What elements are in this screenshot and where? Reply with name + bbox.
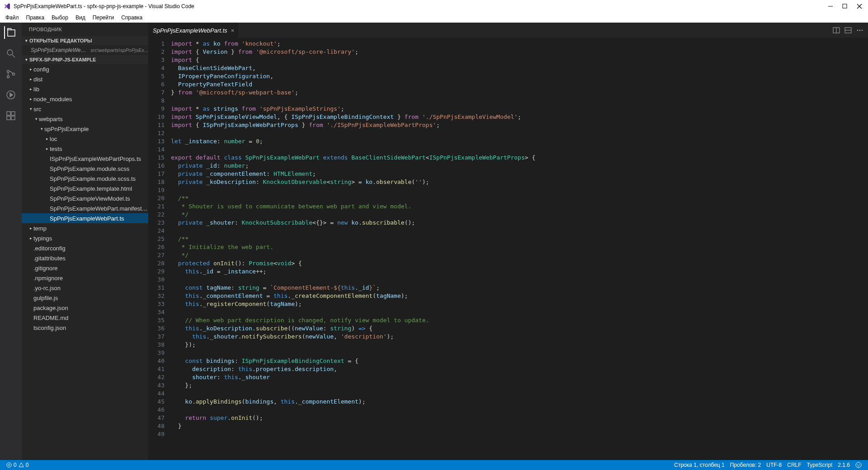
status-encoding[interactable]: UTF-8 xyxy=(764,462,784,468)
more-icon[interactable] xyxy=(856,27,863,34)
svg-point-24 xyxy=(856,462,861,468)
open-editors-section[interactable]: ▾ОТКРЫТЫЕ РЕДАКТОРЫ xyxy=(22,36,148,45)
search-icon[interactable] xyxy=(5,47,17,60)
folder-typings[interactable]: ▸typings xyxy=(22,233,148,243)
debug-icon[interactable] xyxy=(5,89,17,101)
file-scss[interactable]: SpPnPjsExample.module.scss xyxy=(22,164,148,174)
svg-point-20 xyxy=(862,30,863,31)
file-viewmodel[interactable]: SpPnPjsExampleViewModel.ts xyxy=(22,193,148,203)
status-errors[interactable]: 0 0 xyxy=(4,462,31,468)
folder-config[interactable]: ▸config xyxy=(22,64,148,74)
file-package[interactable]: package.json xyxy=(22,303,148,313)
warning-icon xyxy=(19,462,24,468)
svg-rect-11 xyxy=(7,116,10,120)
file-props[interactable]: ISpPnPjsExampleWebPartProps.ts xyxy=(22,154,148,164)
svg-point-4 xyxy=(7,50,13,55)
file-webpart-ts[interactable]: SpPnPjsExampleWebPart.ts xyxy=(22,213,148,223)
file-npmignore[interactable]: .npmignore xyxy=(22,273,148,283)
svg-rect-13 xyxy=(11,112,15,115)
split-right-icon[interactable] xyxy=(833,27,840,34)
folder-webparts[interactable]: ▾webparts xyxy=(22,114,148,124)
menu-selection[interactable]: Выбор xyxy=(48,14,72,22)
status-spaces[interactable]: Пробелов: 2 xyxy=(727,462,764,468)
editor-group: SpPnPjsExampleWebPart.ts × 1234567891011… xyxy=(148,23,868,460)
file-gitattributes[interactable]: .gitattributes xyxy=(22,253,148,263)
file-tsconfig[interactable]: tsconfig.json xyxy=(22,323,148,333)
svg-point-18 xyxy=(857,30,859,31)
folder-tests[interactable]: ▸tests xyxy=(22,144,148,154)
folder-lib[interactable]: ▸lib xyxy=(22,84,148,94)
folder-dist[interactable]: ▸dist xyxy=(22,74,148,84)
svg-point-25 xyxy=(857,464,858,465)
code-editor[interactable]: 1234567891011121314151617181920212223242… xyxy=(148,38,868,460)
feedback-icon[interactable] xyxy=(853,462,864,468)
explorer-icon[interactable] xyxy=(4,26,17,39)
titlebar: SpPnPjsExampleWebPart.ts - spfx-sp-pnp-j… xyxy=(0,0,868,13)
svg-point-19 xyxy=(859,30,861,31)
window-title: SpPnPjsExampleWebPart.ts - spfx-sp-pnp-j… xyxy=(14,3,827,9)
svg-rect-1 xyxy=(843,4,847,8)
status-cursor[interactable]: Строка 1, столбец 1 xyxy=(671,462,727,468)
svg-rect-12 xyxy=(11,116,15,120)
file-editorconfig[interactable]: .editorconfig xyxy=(22,243,148,253)
line-numbers: 1234567891011121314151617181920212223242… xyxy=(148,40,171,460)
code-lines[interactable]: import * as ko from 'knockout';import { … xyxy=(171,40,868,460)
tab-webpart[interactable]: SpPnPjsExampleWebPart.ts × xyxy=(148,23,239,38)
file-tree: ▸config ▸dist ▸lib ▸node_modules ▾src ▾w… xyxy=(22,64,148,460)
split-down-icon[interactable] xyxy=(844,27,852,34)
project-label: SPFX-SP-PNP-JS-EXAMPLE xyxy=(29,57,96,62)
svg-line-5 xyxy=(12,55,15,57)
folder-loc[interactable]: ▸loc xyxy=(22,134,148,144)
open-editor-path: src\webparts\spPnPjsEx... xyxy=(90,47,148,53)
file-readme[interactable]: README.md xyxy=(22,313,148,323)
sidebar: ПРОВОДНИК ▾ОТКРЫТЫЕ РЕДАКТОРЫ SpPnPjsExa… xyxy=(22,23,148,460)
menu-go[interactable]: Перейти xyxy=(89,14,118,22)
folder-src[interactable]: ▾src xyxy=(22,104,148,114)
svg-point-7 xyxy=(7,76,9,78)
svg-point-6 xyxy=(7,70,9,73)
folder-temp[interactable]: ▸temp xyxy=(22,223,148,233)
open-editors-label: ОТКРЫТЫЕ РЕДАКТОРЫ xyxy=(29,38,92,43)
status-lang[interactable]: TypeScript xyxy=(804,462,835,468)
menu-file[interactable]: Файл xyxy=(2,14,23,22)
menu-edit[interactable]: Правка xyxy=(23,14,48,22)
status-eol[interactable]: CRLF xyxy=(784,462,804,468)
file-gulpfile[interactable]: gulpfile.js xyxy=(22,293,148,303)
extensions-icon[interactable] xyxy=(5,109,17,122)
status-ts-version[interactable]: 2.1.6 xyxy=(835,462,853,468)
folder-sppnpjsexample[interactable]: ▾spPnPjsExample xyxy=(22,124,148,134)
open-editor-filename: SpPnPjsExampleWebPart.ts xyxy=(31,47,88,53)
file-gitignore[interactable]: .gitignore xyxy=(22,263,148,273)
tab-bar: SpPnPjsExampleWebPart.ts × xyxy=(148,23,868,38)
close-tab-icon[interactable]: × xyxy=(231,27,235,34)
tab-label: SpPnPjsExampleWebPart.ts xyxy=(153,27,227,34)
status-bar: 0 0 Строка 1, столбец 1 Пробелов: 2 UTF-… xyxy=(0,460,868,470)
sidebar-title: ПРОВОДНИК xyxy=(22,23,148,36)
folder-node-modules[interactable]: ▸node_modules xyxy=(22,94,148,104)
svg-point-26 xyxy=(859,464,860,465)
file-scss-ts[interactable]: SpPnPjsExample.module.scss.ts xyxy=(22,174,148,183)
file-template[interactable]: SpPnPjsExample.template.html xyxy=(22,183,148,193)
maximize-button[interactable] xyxy=(842,3,848,9)
menubar: Файл Правка Выбор Вид Перейти Справка xyxy=(0,13,868,23)
activity-bar xyxy=(0,23,22,460)
scm-icon[interactable] xyxy=(5,68,17,80)
svg-rect-10 xyxy=(7,112,10,115)
vscode-icon xyxy=(4,3,11,10)
minimize-button[interactable] xyxy=(827,3,834,9)
close-button[interactable] xyxy=(856,3,863,9)
open-editor-item[interactable]: SpPnPjsExampleWebPart.ts src\webparts\sp… xyxy=(22,45,148,55)
menu-help[interactable]: Справка xyxy=(118,14,146,22)
menu-view[interactable]: Вид xyxy=(72,14,89,22)
file-manifest[interactable]: SpPnPjsExampleWebPart.manifest.json xyxy=(22,203,148,213)
file-yorc[interactable]: .yo-rc.json xyxy=(22,283,148,293)
error-icon xyxy=(6,462,12,468)
project-section[interactable]: ▾SPFX-SP-PNP-JS-EXAMPLE xyxy=(22,55,148,64)
